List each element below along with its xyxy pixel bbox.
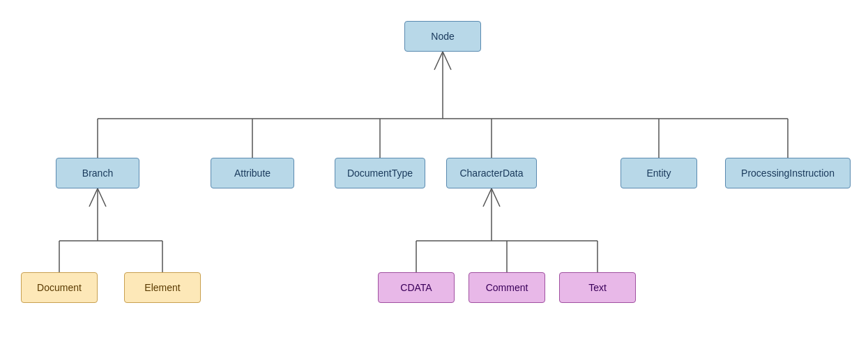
branch-box: Branch	[56, 158, 139, 188]
processinginstruction-box: ProcessingInstruction	[725, 158, 851, 188]
comment-box: Comment	[469, 272, 545, 303]
characterdata-box: CharacterData	[446, 158, 537, 188]
element-box: Element	[124, 272, 201, 303]
documenttype-box: DocumentType	[335, 158, 425, 188]
text-box: Text	[559, 272, 636, 303]
attribute-box: Attribute	[211, 158, 294, 188]
entity-box: Entity	[620, 158, 697, 188]
node-box: Node	[404, 21, 481, 52]
uml-diagram: Node Branch Attribute DocumentType Chara…	[0, 0, 868, 349]
document-box: Document	[21, 272, 98, 303]
cdata-box: CDATA	[378, 272, 455, 303]
